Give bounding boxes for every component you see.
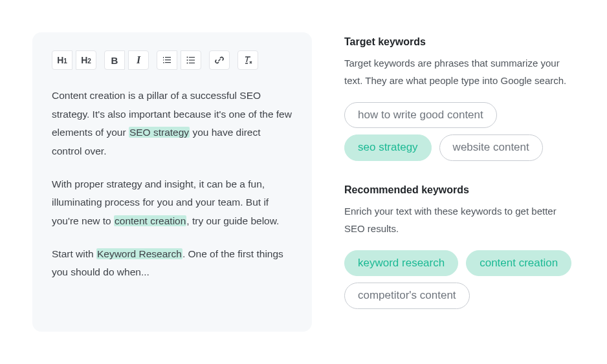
target-keywords-section: Target keywords Target keywords are phra… [344,36,575,161]
list-group [157,50,201,70]
heading-group: H1 H2 [52,50,96,70]
highlighted-text: content creation [114,215,186,226]
keyword-pill[interactable]: content creation [466,250,571,276]
bold-button[interactable]: B [104,50,125,70]
editor-panel: H1 H2 B I [32,32,312,332]
editor-content[interactable]: Content creation is a pillar of a succes… [52,87,292,282]
keyword-pill[interactable]: competitor's content [344,283,470,308]
section-description: Target keywords are phrases that summari… [344,54,575,89]
svg-rect-5 [189,63,195,63]
link-button[interactable] [209,50,230,70]
section-description: Enrich your text with these keywords to … [344,202,575,237]
recommended-keywords-pills: keyword research content creation compet… [344,250,575,309]
editor-paragraph: Start with Keyword Research. One of the … [52,245,292,282]
ordered-list-icon [162,55,172,65]
unordered-list-button[interactable] [181,50,201,70]
keyword-pill[interactable]: keyword research [344,250,458,276]
svg-rect-3 [189,59,195,60]
highlighted-text: SEO strategy [129,127,190,138]
heading-1-button[interactable]: H1 [52,50,72,70]
text-style-group: B I [104,50,149,70]
text: Start with [52,248,96,259]
section-title: Recommended keywords [344,184,575,196]
editor-paragraph: With proper strategy and insight, it can… [52,175,292,231]
editor-paragraph: Content creation is a pillar of a succes… [52,87,292,161]
link-icon [214,55,225,65]
svg-point-0 [187,57,188,58]
section-title: Target keywords [344,36,575,48]
keyword-pill[interactable]: seo strategy [344,134,432,160]
text: , try our guide below. [186,215,279,226]
keyword-pill[interactable]: how to write good content [344,102,497,128]
italic-icon: I [137,54,140,66]
clear-format-button[interactable] [237,50,258,70]
svg-point-4 [187,62,188,63]
heading-2-button[interactable]: H2 [76,50,96,70]
recommended-keywords-section: Recommended keywords Enrich your text wi… [344,184,575,309]
keywords-sidebar: Target keywords Target keywords are phra… [344,32,575,332]
svg-point-2 [187,59,188,61]
bold-icon: B [111,55,118,66]
italic-button[interactable]: I [128,50,149,70]
target-keywords-pills: how to write good content seo strategy w… [344,102,575,161]
ordered-list-button[interactable] [157,50,177,70]
unordered-list-icon [186,55,196,65]
clear-group [237,50,258,70]
link-group [209,50,230,70]
svg-rect-1 [189,57,195,58]
clear-format-icon [243,55,253,65]
editor-toolbar: H1 H2 B I [52,50,292,70]
highlighted-text: Keyword Research [96,248,182,259]
keyword-pill[interactable]: website content [439,134,543,160]
